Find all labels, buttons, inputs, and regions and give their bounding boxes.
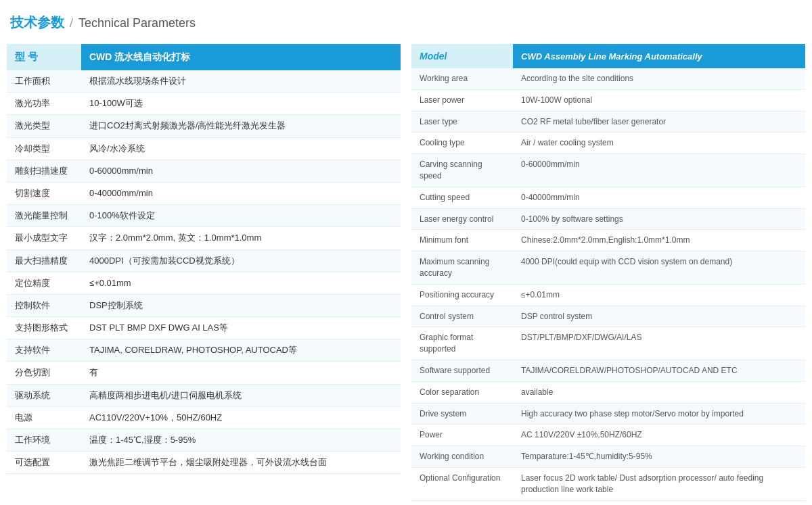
row-label: Laser type [411,111,513,133]
right-header-col1: Model [411,44,513,68]
row-value: Chinese:2.0mm*2.0mm,English:1.0mm*1.0mm [513,230,805,251]
table-row: Laser power10W-100W optional [411,89,805,111]
table-row: Minimum fontChinese:2.0mm*2.0mm,English:… [411,230,805,251]
row-value: DST/PLT/BMP/DXF/DWG/AI/LAS [513,327,805,360]
row-value: 10W-100W optional [513,89,805,111]
table-row: Maximum scanning accuracy4000 DPI(could … [411,251,805,285]
row-value: 4000DPI（可按需加装CCD视觉系统） [81,249,401,272]
row-label: 最大扫描精度 [7,249,81,272]
row-value: TAJIMA, CORELDRAW, PHOTOSHOP, AUTOCAD等 [81,339,401,362]
table-row: 工作面积根据流水线现场条件设计 [7,70,401,93]
row-label: Working area [411,68,513,89]
table-row: 控制软件DSP控制系统 [7,294,401,316]
row-label: 控制软件 [7,294,81,316]
table-row: Positioning accuracy≤+0.01mm [411,284,805,306]
row-value: 0-40000mm/min [513,187,805,208]
page-title: 技术参数 / Technical Parameters [7,14,805,32]
table-row: Working conditionTemparature:1-45℃,humid… [411,446,805,468]
row-value: CO2 RF metal tube/fiber laser generator [513,111,805,133]
row-label: 可选配置 [7,452,81,474]
row-value: Temparature:1-45℃,humidity:5-95% [513,446,805,468]
left-table-wrapper: 型 号 CWD 流水线自动化打标 工作面积根据流水线现场条件设计激光功率10-1… [7,44,401,501]
row-label: Working condition [411,446,513,468]
table-row: 切割速度0-40000mm/min [7,182,401,204]
row-label: 分色切割 [7,362,81,384]
row-value: High accuracy two phase step motor/Servo… [513,403,805,425]
table-row: 电源AC110V/220V+10%，50HZ/60HZ [7,406,401,429]
left-table: 型 号 CWD 流水线自动化打标 工作面积根据流水线现场条件设计激光功率10-1… [7,44,401,474]
title-english: Technical Parameters [78,16,196,30]
row-value: 0-100% by software settings [513,208,805,230]
row-label: 驱动系统 [7,384,81,406]
table-row: 支持图形格式DST PLT BMP DXF DWG AI LAS等 [7,317,401,339]
row-label: Positioning accuracy [411,284,513,306]
row-value: 0-60000mm/min [81,160,401,182]
row-value: DSP control system [513,306,805,327]
row-label: Minimum font [411,230,513,251]
tables-container: 型 号 CWD 流水线自动化打标 工作面积根据流水线现场条件设计激光功率10-1… [7,44,805,501]
table-row: 激光能量控制0-100%软件设定 [7,205,401,227]
row-label: Optional Configuration [411,467,513,500]
row-label: 切割速度 [7,182,81,204]
row-value: AC110V/220V+10%，50HZ/60HZ [81,406,401,429]
row-value: 激光焦距二维调节平台，烟尘吸附处理器，可外设流水线台面 [81,452,401,474]
row-label: 工作面积 [7,70,81,93]
table-row: Cutting speed0-40000mm/min [411,187,805,208]
right-table-wrapper: Model CWD Assembly Line Marking Automati… [411,44,805,501]
row-label: Carving scanning speed [411,154,513,187]
row-label: Cooling type [411,133,513,154]
row-value: AC 110V/220V ±10%,50HZ/60HZ [513,425,805,446]
row-value: 高精度两相步进电机/进口伺服电机系统 [81,384,401,406]
table-row: 可选配置激光焦距二维调节平台，烟尘吸附处理器，可外设流水线台面 [7,452,401,474]
row-value: 4000 DPI(could equip with CCD vision sys… [513,251,805,285]
row-value: 10-100W可选 [81,93,401,115]
row-value: 0-60000mm/min [513,154,805,187]
table-row: Laser energy control0-100% by software s… [411,208,805,230]
row-value: DSP控制系统 [81,294,401,316]
row-value: 风冷/水冷系统 [81,137,401,160]
row-label: 最小成型文字 [7,227,81,249]
row-label: Control system [411,306,513,327]
row-value: 根据流水线现场条件设计 [81,70,401,93]
table-row: Software supportedTAJIMA/CORELDRAW/PHOTO… [411,360,805,381]
row-label: Drive system [411,403,513,425]
table-row: 冷却类型风冷/水冷系统 [7,137,401,160]
table-row: 支持软件TAJIMA, CORELDRAW, PHOTOSHOP, AUTOCA… [7,339,401,362]
row-value: 0-40000mm/min [81,182,401,204]
row-value: 0-100%软件设定 [81,205,401,227]
left-table-header-row: 型 号 CWD 流水线自动化打标 [7,44,401,70]
table-row: 激光类型进口CO2封离式射频激光器/高性能光纤激光发生器 [7,115,401,137]
table-row: 驱动系统高精度两相步进电机/进口伺服电机系统 [7,384,401,406]
row-label: Laser energy control [411,208,513,230]
row-value: ≤+0.01mm [513,284,805,306]
table-row: 雕刻扫描速度0-60000mm/min [7,160,401,182]
left-header-col1: 型 号 [7,44,81,70]
table-row: Drive systemHigh accuracy two phase step… [411,403,805,425]
table-row: PowerAC 110V/220V ±10%,50HZ/60HZ [411,425,805,446]
right-table-header-row: Model CWD Assembly Line Marking Automati… [411,44,805,68]
row-label: Graphic format supported [411,327,513,360]
table-row: Carving scanning speed0-60000mm/min [411,154,805,187]
row-label: Cutting speed [411,187,513,208]
table-row: 工作环境温度：1-45℃,湿度：5-95% [7,429,401,452]
table-row: 定位精度≤+0.01mm [7,272,401,294]
row-value: ≤+0.01mm [81,272,401,294]
row-label: 定位精度 [7,272,81,294]
row-value: DST PLT BMP DXF DWG AI LAS等 [81,317,401,339]
table-row: Cooling typeAir / water cooling system [411,133,805,154]
row-label: Maximum scanning accuracy [411,251,513,285]
table-row: Control systemDSP control system [411,306,805,327]
row-label: Power [411,425,513,446]
row-value: 汉字：2.0mm*2.0mm, 英文：1.0mm*1.0mm [81,227,401,249]
table-row: Graphic format supportedDST/PLT/BMP/DXF/… [411,327,805,360]
table-row: 激光功率10-100W可选 [7,93,401,115]
row-label: Laser power [411,89,513,111]
row-label: 冷却类型 [7,137,81,160]
row-value: Laser focus 2D work table/ Dust adsorpti… [513,467,805,500]
row-label: 工作环境 [7,429,81,452]
row-value: available [513,381,805,403]
row-label: Color separation [411,381,513,403]
row-label: 激光功率 [7,93,81,115]
right-table: Model CWD Assembly Line Marking Automati… [411,44,805,501]
table-row: 最小成型文字汉字：2.0mm*2.0mm, 英文：1.0mm*1.0mm [7,227,401,249]
